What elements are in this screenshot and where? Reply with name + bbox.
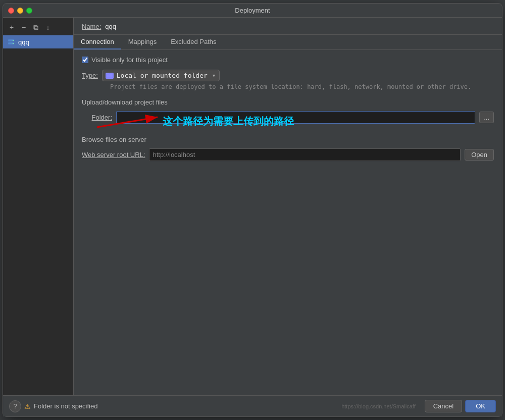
help-button[interactable]: ? [9,400,21,412]
visible-checkbox-label: Visible only for this project [91,56,168,64]
visible-checkbox[interactable] [82,57,88,63]
warning-text: Folder is not specified [34,402,97,410]
type-label: Type: [82,72,98,79]
sidebar: + − ⧉ ↓ qqq [3,18,74,395]
folder-row-wrapper: Folder: ... [82,111,494,128]
ok-button[interactable]: OK [465,400,496,412]
name-label: Name: [82,23,101,30]
sidebar-item-qqq[interactable]: qqq [3,35,73,48]
traffic-lights [8,8,32,14]
svg-point-3 [13,43,14,44]
sidebar-toolbar: + − ⧉ ↓ [3,20,73,35]
sidebar-item-label: qqq [18,38,29,46]
tab-excluded-paths[interactable]: Excluded Paths [164,35,223,49]
window-title: Deployment [235,7,270,14]
connection-panel: Visible only for this project Type: Loca… [74,50,502,395]
type-dropdown-arrow: ▾ [213,73,215,78]
main-content: + − ⧉ ↓ qqq [3,18,502,395]
add-server-button[interactable]: + [6,22,17,33]
name-row: Name: qqq [74,18,502,35]
folder-input[interactable] [116,111,475,124]
tabs-bar: Connection Mappings Excluded Paths [74,35,502,50]
bottom-bar: ? ⚠ Folder is not specified https://blog… [3,395,502,416]
server-icon [7,38,15,46]
name-value: qqq [105,23,116,30]
maximize-button[interactable] [26,8,32,14]
type-value: Local or mounted folder [117,72,208,79]
type-description: Project files are deployed to a file sys… [110,83,494,90]
open-button[interactable]: Open [465,149,494,161]
bottom-left: ? ⚠ Folder is not specified [9,400,97,412]
url-row: Web server root URL: Open [82,148,494,161]
folder-row: Folder: ... [82,111,494,124]
move-server-button[interactable]: ↓ [42,22,54,33]
url-label: Web server root URL: [82,151,145,159]
url-input[interactable] [149,148,461,161]
deployment-window: Deployment + − ⧉ ↓ [3,3,502,417]
svg-point-2 [13,40,14,41]
watermark: https://blog.csdn.net/Smallcaff [341,403,416,409]
content-area: Name: qqq Connection Mappings Excluded P… [74,18,502,395]
browse-section: Browse files on server Web server root U… [82,136,494,161]
warning-icon: ⚠ [24,402,31,410]
cancel-button[interactable]: Cancel [425,400,462,412]
tab-connection[interactable]: Connection [74,35,121,49]
browse-section-title: Browse files on server [82,136,494,143]
title-bar: Deployment [3,4,502,18]
minimize-button[interactable] [17,8,23,14]
folder-label: Folder: [82,114,112,121]
type-dropdown[interactable]: Local or mounted folder ▾ [102,70,220,81]
tab-mappings[interactable]: Mappings [121,35,164,49]
close-button[interactable] [8,8,14,14]
bottom-right: https://blog.csdn.net/Smallcaff Cancel O… [341,400,496,412]
folder-type-icon [106,73,114,79]
upload-section-title: Upload/download project files [82,98,494,106]
remove-server-button[interactable]: − [18,22,29,33]
visible-checkbox-row: Visible only for this project [82,56,494,64]
copy-server-button[interactable]: ⧉ [30,22,41,33]
type-row: Type: Local or mounted folder ▾ [82,70,494,81]
browse-button[interactable]: ... [479,112,494,123]
